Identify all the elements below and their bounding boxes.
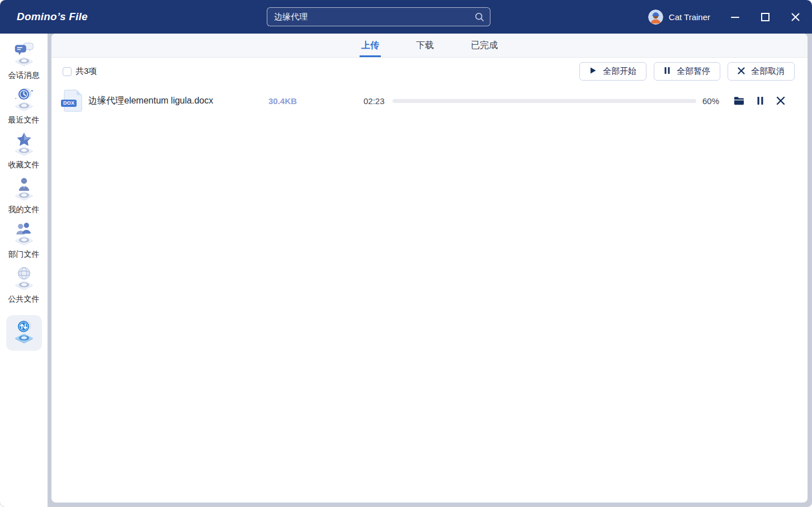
app-title: Domino’s File: [17, 11, 88, 23]
select-all-checkbox[interactable]: [63, 67, 72, 76]
sidebar-item-starred-files[interactable]: 收藏文件: [0, 128, 48, 173]
tab-download[interactable]: 下载: [414, 34, 436, 57]
pause-all-label: 全部暂停: [677, 66, 710, 77]
pause-transfer-icon[interactable]: [757, 96, 764, 105]
progress-bar: [393, 99, 696, 103]
maximize-button[interactable]: [759, 11, 771, 22]
sidebar-item-department-files[interactable]: 部门文件: [0, 218, 48, 262]
app-window: Domino’s File: [0, 0, 812, 507]
cancel-icon: [738, 67, 745, 76]
department-files-icon: [11, 221, 37, 249]
user-avatar[interactable]: [648, 10, 663, 25]
sidebar-item-label: 最近文件: [8, 115, 40, 125]
search-input[interactable]: [267, 12, 475, 22]
file-size: 30.4KB: [268, 96, 352, 106]
tab-upload[interactable]: 上传: [360, 34, 381, 57]
transfer-row: DOX 边缘代理elementum ligula.docx 30.4KB 02:…: [51, 88, 808, 113]
sidebar-item-label: 我的文件: [8, 205, 40, 215]
titlebar-right-cluster: Cat Trainer: [648, 10, 812, 25]
tab-upload-label: 上传: [361, 40, 379, 51]
transfer-tabs: 上传 下载 已完成: [51, 34, 808, 58]
minimize-button[interactable]: [729, 11, 740, 22]
chat-messages-icon: [11, 42, 37, 70]
tab-completed-label: 已完成: [471, 40, 498, 51]
app-body: 会话消息 最近: [0, 34, 812, 507]
sidebar-item-transfer-list[interactable]: [6, 315, 42, 351]
start-all-label: 全部开始: [603, 66, 636, 77]
sidebar: 会话消息 最近: [0, 34, 48, 507]
sidebar-item-my-files[interactable]: 我的文件: [0, 173, 48, 218]
time-remaining: 02:23: [363, 96, 387, 106]
main-panel: 上传 下载 已完成 共3项 全部开始: [51, 34, 808, 503]
tab-download-label: 下载: [416, 40, 434, 51]
sidebar-item-label: 公共文件: [8, 294, 40, 304]
sidebar-item-label: 收藏文件: [8, 160, 40, 170]
play-icon: [589, 67, 597, 76]
bulk-action-buttons: 全部开始 全部暂停 全部取消: [579, 62, 795, 81]
item-count-label: 共3项: [75, 66, 97, 77]
user-name: Cat Trainer: [669, 12, 710, 22]
sidebar-item-label: 会话消息: [8, 71, 40, 81]
sidebar-item-recent-files[interactable]: 最近文件: [0, 83, 48, 128]
pause-all-button[interactable]: 全部暂停: [654, 62, 720, 81]
start-all-button[interactable]: 全部开始: [579, 62, 646, 81]
file-type-badge: DOX: [61, 100, 77, 107]
sidebar-item-chat-messages[interactable]: 会话消息: [0, 39, 48, 83]
transfer-list-icon: [11, 319, 37, 347]
docx-file-icon: DOX: [63, 90, 83, 112]
file-name: 边缘代理elementum ligula.docx: [88, 95, 256, 107]
sidebar-item-label: 部门文件: [8, 250, 40, 260]
row-actions: [734, 96, 785, 105]
title-bar: Domino’s File: [0, 0, 812, 34]
progress-percent-label: 60%: [702, 96, 725, 106]
recent-files-icon: [11, 87, 37, 115]
search-icon[interactable]: [475, 12, 484, 22]
tab-completed[interactable]: 已完成: [469, 34, 499, 57]
pause-icon: [664, 67, 671, 76]
cancel-all-label: 全部取消: [751, 66, 785, 77]
sidebar-item-public-files[interactable]: 公共文件: [0, 262, 48, 307]
cancel-all-button[interactable]: 全部取消: [728, 62, 795, 81]
search-box[interactable]: [267, 7, 490, 26]
public-files-icon: [11, 266, 37, 294]
starred-files-icon: [11, 132, 37, 159]
transfer-toolbar: 共3项 全部开始 全部暂停: [51, 58, 808, 81]
my-files-icon: [11, 176, 37, 204]
cancel-transfer-icon[interactable]: [776, 96, 785, 105]
close-window-button[interactable]: [790, 11, 801, 22]
open-folder-icon[interactable]: [734, 96, 744, 105]
